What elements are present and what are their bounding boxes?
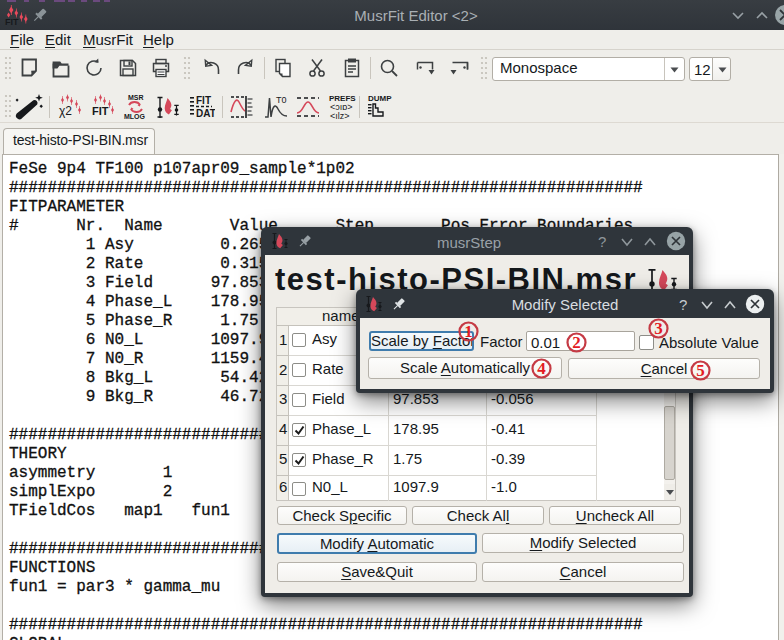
svg-text:3: 3: [654, 319, 663, 338]
svg-text:DAT: DAT: [196, 108, 215, 119]
svg-text:2: 2: [572, 333, 581, 352]
svg-text:T0: T0: [276, 95, 287, 105]
svg-text:MLOG: MLOG: [124, 113, 146, 120]
svg-text:5: 5: [696, 361, 705, 380]
svg-text:χ2: χ2: [59, 104, 72, 118]
svg-text:FIT: FIT: [5, 17, 19, 27]
svg-text:FIT: FIT: [92, 105, 109, 117]
svg-text:<ılz>: <ılz>: [330, 111, 350, 121]
svg-text:4: 4: [537, 359, 546, 378]
svg-text:DUMP: DUMP: [368, 94, 392, 103]
svg-text:1: 1: [464, 322, 473, 341]
svg-text:MSR: MSR: [128, 94, 144, 101]
svg-text:FIT: FIT: [196, 95, 211, 106]
